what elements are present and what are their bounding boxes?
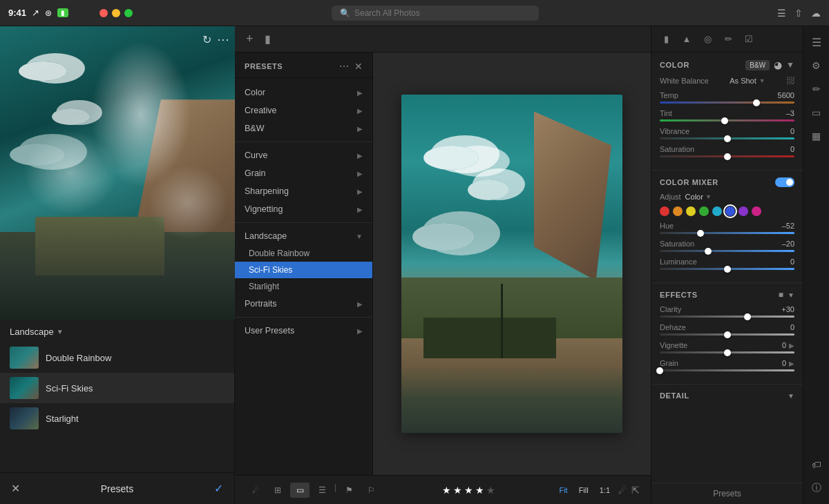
fill-btn[interactable]: Fill xyxy=(576,485,591,496)
add-icon[interactable]: + xyxy=(243,29,256,49)
list-view-icon[interactable]: ☰ xyxy=(312,483,332,498)
rotate-icon[interactable]: ↻ xyxy=(202,33,211,46)
presets-category-creative[interactable]: Creative ▶ xyxy=(235,101,372,119)
adjust-dropdown[interactable]: Color ▼ xyxy=(685,193,712,201)
preset-item-double-rainbow[interactable]: Double Rainbow ⋯ xyxy=(0,342,234,373)
fit-btn[interactable]: Fit xyxy=(556,485,570,496)
star-3[interactable]: ★ xyxy=(464,485,473,496)
orb-yellow[interactable] xyxy=(686,206,696,216)
presets-category-curve[interactable]: Curve ▶ xyxy=(235,146,372,164)
cloud-icon[interactable]: ☁ xyxy=(811,8,821,19)
close-button[interactable] xyxy=(99,9,108,17)
rs-icon-tag[interactable]: 🏷 xyxy=(806,454,827,475)
color-settings-icon[interactable]: ▼ xyxy=(786,60,794,70)
tint-thumb[interactable] xyxy=(721,117,728,124)
presets-close-icon[interactable]: ✕ xyxy=(354,61,363,72)
presets-category-vignetting[interactable]: Vignetting ▶ xyxy=(235,200,372,218)
rs-icon-info[interactable]: ⓘ xyxy=(806,478,827,498)
orb-aqua[interactable] xyxy=(712,206,722,216)
cm-hue-thumb[interactable] xyxy=(697,230,704,237)
single-view-icon[interactable]: ▭ xyxy=(290,483,309,498)
rp-tool-4[interactable]: ✏ xyxy=(719,30,737,48)
cm-lum-slider[interactable] xyxy=(660,268,794,270)
grain-thumb[interactable] xyxy=(656,367,663,374)
orb-red[interactable] xyxy=(660,206,669,216)
detail-chevron[interactable]: ▼ xyxy=(788,392,794,400)
share-icon[interactable]: ⇧ xyxy=(794,8,803,19)
saturation-thumb[interactable] xyxy=(724,153,731,160)
confirm-button[interactable]: ✓ xyxy=(214,482,223,495)
presets-category-user[interactable]: User Presets ▶ xyxy=(235,322,372,340)
tint-slider[interactable] xyxy=(660,119,794,122)
presets-bottom-label[interactable]: Presets xyxy=(651,483,803,504)
clarity-thumb[interactable] xyxy=(744,313,751,320)
presets-sub-double-rainbow[interactable]: Double Rainbow xyxy=(235,245,372,262)
orb-orange[interactable] xyxy=(673,206,683,216)
star-2[interactable]: ★ xyxy=(453,485,462,496)
clarity-slider[interactable] xyxy=(660,316,794,318)
grain-arrow[interactable]: ▶ xyxy=(789,360,794,367)
rp-tool-1[interactable]: ▮ xyxy=(657,30,675,48)
presets-sub-starlight[interactable]: Starlight xyxy=(235,278,372,295)
presets-category-sharpening[interactable]: Sharpening ▶ xyxy=(235,182,372,200)
temp-slider[interactable] xyxy=(660,101,794,104)
star-4[interactable]: ★ xyxy=(475,485,484,496)
star-1[interactable]: ★ xyxy=(442,485,451,496)
flag2-icon[interactable]: ⚐ xyxy=(361,483,381,498)
effects-save-icon[interactable]: ■ xyxy=(779,290,783,300)
preset-item-sci-fi-skies[interactable]: Sci-Fi Skies ⋯ xyxy=(0,373,234,403)
vibrance-thumb[interactable] xyxy=(724,135,731,142)
ratio-btn[interactable]: 1:1 xyxy=(597,485,613,496)
vibrance-slider[interactable] xyxy=(660,137,794,139)
vignette-arrow[interactable]: ▶ xyxy=(789,342,794,349)
cm-sat-thumb[interactable] xyxy=(705,248,712,255)
rs-icon-3[interactable]: ✏ xyxy=(806,79,827,99)
presets-more-icon[interactable]: ⋯ xyxy=(339,61,349,72)
grain-slider[interactable] xyxy=(660,369,794,371)
orb-magenta[interactable] xyxy=(752,206,761,216)
cm-lum-thumb[interactable] xyxy=(724,266,731,273)
close-button-left[interactable]: ✕ xyxy=(11,482,20,495)
rp-tool-5[interactable]: ☑ xyxy=(740,30,758,48)
vignette-slider[interactable] xyxy=(660,351,794,353)
wb-picker-icon[interactable]: ⛆ xyxy=(786,76,794,86)
expand-icon[interactable]: ⇱ xyxy=(631,485,640,496)
presets-category-portraits[interactable]: Portraits ▶ xyxy=(235,295,372,313)
rs-icon-2[interactable]: ⚙ xyxy=(806,55,827,76)
rp-tool-2[interactable]: ▲ xyxy=(678,30,696,48)
rp-tool-3[interactable]: ◎ xyxy=(698,30,716,48)
grid-4-icon[interactable]: ⊞ xyxy=(268,483,287,498)
rs-icon-1[interactable]: ☰ xyxy=(806,32,827,52)
color-mode-icon[interactable]: ◕ xyxy=(774,59,782,70)
orb-blue[interactable] xyxy=(725,206,735,216)
landscape-header[interactable]: Landscape ▼ xyxy=(0,320,234,341)
compare-icon[interactable]: ☄ xyxy=(618,485,627,496)
saturation-slider[interactable] xyxy=(660,155,794,157)
preset-item-starlight[interactable]: Starlight ⋯ xyxy=(0,403,234,434)
rs-icon-5[interactable]: ▦ xyxy=(806,126,827,146)
presets-sub-sci-fi-skies[interactable]: Sci-Fi Skies xyxy=(235,262,372,278)
presets-category-landscape[interactable]: Landscape ▼ xyxy=(235,227,372,245)
preview-more-icon[interactable]: ⋯ xyxy=(217,32,229,47)
star-5[interactable]: ★ xyxy=(486,485,495,496)
presets-category-color[interactable]: Color ▶ xyxy=(235,84,372,101)
grid-view-icon[interactable]: ☄ xyxy=(246,483,265,498)
color-mixer-toggle[interactable] xyxy=(775,177,794,187)
flag-icon[interactable]: ⚑ xyxy=(339,483,359,498)
orb-green[interactable] xyxy=(699,206,709,216)
rs-icon-4[interactable]: ▭ xyxy=(806,102,827,123)
presets-category-bw[interactable]: B&W ▶ xyxy=(235,119,372,137)
bw-button[interactable]: B&W xyxy=(745,60,770,70)
cm-sat-slider[interactable] xyxy=(660,250,794,252)
cm-hue-slider[interactable] xyxy=(660,232,794,234)
presets-category-grain[interactable]: Grain ▶ xyxy=(235,164,372,182)
minimize-button[interactable] xyxy=(112,9,120,17)
wb-value[interactable]: As Shot ▼ xyxy=(730,77,765,85)
dehaze-slider[interactable] xyxy=(660,333,794,336)
vignette-thumb[interactable] xyxy=(724,349,731,356)
dehaze-thumb[interactable] xyxy=(724,331,731,338)
effects-chevron[interactable]: ▼ xyxy=(788,291,794,299)
search-bar[interactable]: 🔍 Search All Photos xyxy=(332,6,539,21)
maximize-button[interactable] xyxy=(124,9,133,17)
orb-purple[interactable] xyxy=(739,206,748,216)
